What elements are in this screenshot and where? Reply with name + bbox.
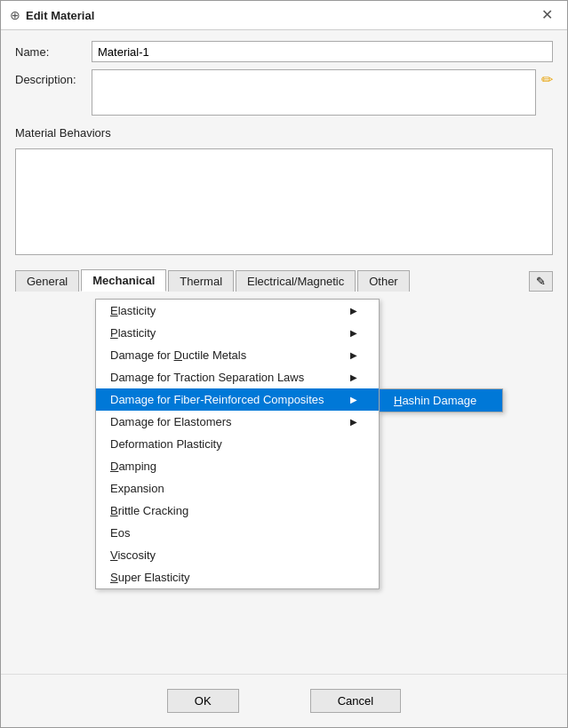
description-label: Description: bbox=[15, 69, 86, 86]
menu-item-deformation[interactable]: Deformation Plasticity bbox=[96, 433, 379, 455]
menu-item-viscosity[interactable]: Viscosity bbox=[96, 544, 379, 566]
menu-item-super-elasticity[interactable]: Super Elasticity bbox=[96, 566, 379, 588]
menu-item-expansion[interactable]: Expansion bbox=[96, 477, 379, 500]
description-input[interactable] bbox=[92, 69, 536, 116]
dialog-title: Edit Material bbox=[26, 9, 94, 22]
menu-item-damage-fiber[interactable]: Damage for Fiber-Reinforced Composites ▶… bbox=[96, 388, 379, 411]
menu-item-damage-traction[interactable]: Damage for Traction Separation Laws ▶ bbox=[96, 366, 379, 388]
menu-item-damage-ductile[interactable]: Damage for Ductile Metals ▶ bbox=[96, 344, 379, 366]
arrow-icon: ▶ bbox=[350, 328, 357, 338]
arrow-icon: ▶ bbox=[350, 395, 357, 404]
ok-button[interactable]: OK bbox=[167, 689, 239, 713]
name-label: Name: bbox=[15, 45, 86, 59]
dialog-icon: ⊕ bbox=[10, 8, 20, 22]
edit-icon-button[interactable]: ✎ bbox=[529, 271, 553, 292]
menu-item-plasticity[interactable]: Plasticity ▶ bbox=[96, 322, 379, 344]
menu-item-brittle[interactable]: Brittle Cracking bbox=[96, 500, 379, 522]
tab-thermal[interactable]: Thermal bbox=[168, 270, 234, 292]
menu-item-damage-elastomers[interactable]: Damage for Elastomers ▶ bbox=[96, 411, 379, 433]
arrow-icon: ▶ bbox=[350, 350, 357, 360]
fiber-submenu: Hashin Damage bbox=[379, 388, 503, 412]
arrow-icon: ▶ bbox=[350, 372, 357, 382]
edit-material-dialog: ⊕ Edit Material ✕ Name: Description: ✏ M… bbox=[0, 0, 568, 728]
arrow-icon: ▶ bbox=[350, 417, 357, 427]
title-bar: ⊕ Edit Material ✕ bbox=[1, 1, 567, 30]
name-input[interactable] bbox=[92, 41, 553, 62]
behaviors-box bbox=[15, 148, 553, 255]
title-bar-left: ⊕ Edit Material bbox=[10, 8, 94, 22]
tab-other[interactable]: Other bbox=[357, 270, 410, 292]
close-button[interactable]: ✕ bbox=[536, 6, 558, 24]
menu-item-elasticity[interactable]: Elasticity ▶ bbox=[96, 300, 379, 322]
dialog-footer: OK Cancel bbox=[1, 674, 567, 727]
menu-item-damping[interactable]: Damping bbox=[96, 455, 379, 477]
submenu-item-hashin[interactable]: Hashin Damage bbox=[380, 389, 502, 412]
behaviors-section-label: Material Behaviors bbox=[15, 126, 553, 140]
description-row: Description: ✏ bbox=[15, 69, 553, 116]
arrow-icon: ▶ bbox=[350, 306, 357, 316]
cancel-button[interactable]: Cancel bbox=[310, 689, 401, 713]
menu-item-eos[interactable]: Eos bbox=[96, 522, 379, 544]
tab-mechanical[interactable]: Mechanical bbox=[81, 269, 166, 292]
mechanical-dropdown-menu: Elasticity ▶ Plasticity ▶ Damage for Duc… bbox=[95, 299, 380, 589]
tab-electrical[interactable]: Electrical/Magnetic bbox=[236, 270, 356, 292]
tab-bar: General Mechanical Thermal Electrical/Ma… bbox=[15, 269, 553, 292]
dialog-body: Name: Description: ✏ Material Behaviors … bbox=[1, 30, 567, 674]
tab-general[interactable]: General bbox=[15, 270, 79, 292]
pencil-icon[interactable]: ✏ bbox=[541, 71, 553, 88]
name-row: Name: bbox=[15, 41, 553, 62]
